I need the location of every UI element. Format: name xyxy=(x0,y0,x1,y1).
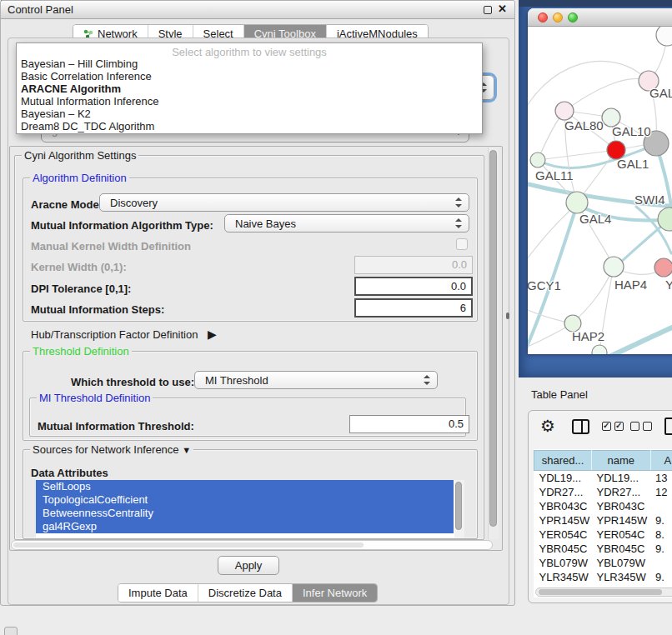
table-cell[interactable]: YBR043C xyxy=(591,499,650,513)
collapse-arrow-icon[interactable]: ▼ xyxy=(182,445,191,455)
table-horizontal-scrollbar[interactable] xyxy=(535,588,672,597)
table-cell[interactable]: YER054C xyxy=(591,528,650,542)
which-threshold-combobox[interactable]: MI Threshold xyxy=(194,371,438,389)
table-cell[interactable] xyxy=(650,556,672,570)
table-cell[interactable]: YBR045C xyxy=(591,542,650,556)
dropdown-item-mutual-information-inference[interactable]: Mutual Information Inference xyxy=(17,95,482,108)
tab-infer-network[interactable]: Infer Network xyxy=(293,584,377,602)
hub-definition-toggle[interactable]: Hub/Transcription Factor Definition ▶ xyxy=(31,328,217,341)
apply-button[interactable]: Apply xyxy=(218,556,279,575)
algorithm-dropdown-list: Bayesian – Hill ClimbingBasic Correlatio… xyxy=(17,58,482,132)
close-traffic-light-icon[interactable] xyxy=(538,12,548,22)
table-cell[interactable]: YDL19... xyxy=(534,471,592,485)
splitter-grip[interactable] xyxy=(506,312,509,319)
column-header-a[interactable]: A xyxy=(650,451,672,471)
network-node-gal11[interactable] xyxy=(530,152,545,168)
table-cell[interactable]: 9. xyxy=(650,542,672,556)
table-row[interactable]: YBR043CYBR043C xyxy=(534,499,672,513)
column-layout-icon[interactable] xyxy=(572,419,589,434)
table-cell[interactable]: 13 xyxy=(650,471,672,485)
node-label-hap4: HAP4 xyxy=(614,278,647,292)
settings-vertical-scrollbar[interactable] xyxy=(488,148,499,539)
attribute-item-betweennesscentrality[interactable]: BetweennessCentrality xyxy=(36,507,454,520)
control-panel-titlebar[interactable]: Control Panel ✕ xyxy=(1,1,514,19)
attribute-item-gal4rgexp[interactable]: gal4RGexp xyxy=(36,520,454,533)
attribute-item-topologicalcoefficient[interactable]: TopologicalCoefficient xyxy=(36,493,454,507)
control-panel-window: Control Panel ✕ NetworkStyleSelectCyni T… xyxy=(0,0,515,606)
new-table-icon[interactable] xyxy=(664,418,672,435)
table-cell[interactable]: YBR043C xyxy=(534,499,592,513)
list-scrollbar-thumb[interactable] xyxy=(455,482,462,530)
settings-horizontal-scrollbar[interactable] xyxy=(11,540,493,550)
table-hscrollbar-thumb[interactable] xyxy=(539,589,662,595)
table-cell[interactable] xyxy=(650,499,672,513)
mi-steps-field[interactable]: 6 xyxy=(354,298,473,318)
mi-type-combobox[interactable]: Naive Bayes xyxy=(224,214,469,232)
network-node-hap4[interactable] xyxy=(604,257,624,277)
network-node-gal4[interactable] xyxy=(566,192,588,213)
table-cell[interactable]: YDR27... xyxy=(591,485,650,499)
table-cell[interactable]: 9. xyxy=(650,513,672,528)
bottom-tab-bar: Impute DataDiscretize DataInfer Network xyxy=(118,583,378,602)
attribute-item-selfloops[interactable]: SelfLoops xyxy=(36,480,454,493)
node-label-gal10: GAL10 xyxy=(612,124,651,138)
column-header-name[interactable]: name xyxy=(591,451,650,471)
table-cell[interactable]: YLR345W xyxy=(534,570,592,584)
table-row[interactable]: YDR27...YDR27...12 xyxy=(534,485,672,499)
float-window-icon[interactable] xyxy=(484,6,492,14)
zoom-traffic-light-icon[interactable] xyxy=(568,12,578,22)
dropdown-item-bayesian-hill-climbing[interactable]: Bayesian – Hill Climbing xyxy=(17,58,482,70)
dropdown-item-dream8-dc-tdc-algorithm[interactable]: Dream8 DC_TDC Algorithm xyxy=(17,120,482,132)
expand-arrow-icon[interactable]: ▶ xyxy=(208,328,217,341)
dropdown-item-basic-correlation-inference[interactable]: Basic Correlation Inference xyxy=(17,70,482,82)
tab-discretize-data[interactable]: Discretize Data xyxy=(198,584,293,602)
node-label-gal80: GAL80 xyxy=(564,118,604,132)
minimized-panel-icon[interactable] xyxy=(4,627,18,635)
table-cell[interactable]: YPR145W xyxy=(591,513,650,528)
network-window-titlebar[interactable] xyxy=(528,8,672,27)
network-node[interactable] xyxy=(592,345,607,354)
deselect-all-checks-icon[interactable] xyxy=(630,422,652,431)
table-cell[interactable]: YDL19... xyxy=(591,471,650,485)
table-row[interactable]: YLR345WYLR345W9. xyxy=(534,570,672,584)
minimize-traffic-light-icon[interactable] xyxy=(553,12,563,22)
table-cell[interactable]: YPR145W xyxy=(534,513,592,528)
mi-threshold-field[interactable]: 0.5 xyxy=(349,415,469,433)
table-cell[interactable]: YBR045C xyxy=(534,542,592,556)
network-node-gal80[interactable] xyxy=(555,102,574,120)
mi-threshold-label: Mutual Information Threshold: xyxy=(38,420,194,432)
close-icon[interactable]: ✕ xyxy=(498,2,507,15)
select-all-checks-icon[interactable] xyxy=(602,422,624,431)
table-cell[interactable]: YLR345W xyxy=(591,570,650,584)
dropdown-item-bayesian-k2[interactable]: Bayesian – K2 xyxy=(17,108,482,120)
table-row[interactable]: YDL19...YDL19...13 xyxy=(534,471,672,485)
network-node[interactable] xyxy=(656,27,672,46)
manual-kernel-checkbox[interactable] xyxy=(456,238,468,250)
table-row[interactable]: YBR045CYBR045C9. xyxy=(534,542,672,556)
table-cell[interactable]: YDR27... xyxy=(534,485,592,499)
table-cell[interactable]: 8. xyxy=(650,528,672,542)
table-cell[interactable]: YBL079W xyxy=(534,556,592,570)
table-cell[interactable]: YBL079W xyxy=(591,556,650,570)
hub-definition-label: Hub/Transcription Factor Definition xyxy=(31,328,198,341)
table-row[interactable]: YBL079WYBL079W xyxy=(534,556,672,570)
table-row[interactable]: YER054CYER054C8. xyxy=(534,528,672,542)
dropdown-item-aracne-algorithm[interactable]: ARACNE Algorithm xyxy=(17,82,482,95)
kernel-width-field[interactable]: 0.0 xyxy=(354,256,473,274)
data-attributes-label: Data Attributes xyxy=(31,467,108,479)
gear-icon[interactable]: ⚙ xyxy=(540,418,555,434)
table-cell[interactable]: 12 xyxy=(650,485,672,499)
network-canvas[interactable]: GALGAL80GAL10GAL1GAL11GAL4SWI4HAP4YGCY1H… xyxy=(528,27,672,354)
dpi-tolerance-field[interactable]: 0.0 xyxy=(354,277,473,296)
table-cell[interactable]: 9. xyxy=(650,570,672,584)
aracne-mode-combobox[interactable]: Discovery xyxy=(99,193,469,212)
column-header-shared[interactable]: shared... xyxy=(534,451,592,471)
table-cell[interactable]: YER054C xyxy=(534,528,592,542)
table-row[interactable]: YPR145WYPR145W9. xyxy=(534,513,672,528)
node-label-gal1: GAL1 xyxy=(617,157,649,171)
hscrollbar-thumb[interactable] xyxy=(13,542,364,548)
list-scrollbar[interactable] xyxy=(454,480,464,538)
scrollbar-thumb[interactable] xyxy=(489,150,497,527)
network-node-y[interactable] xyxy=(654,258,672,277)
tab-impute-data[interactable]: Impute Data xyxy=(118,584,198,602)
